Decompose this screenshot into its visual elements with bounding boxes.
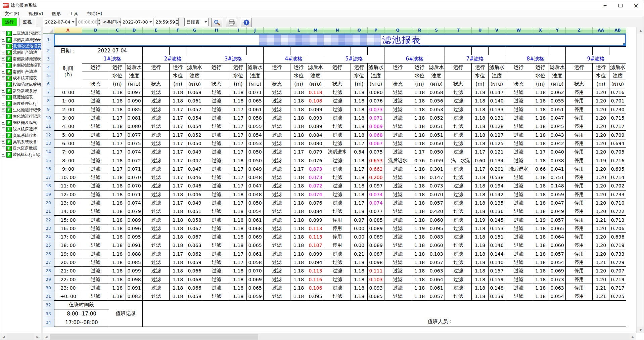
level-cell[interactable]: 1.18 <box>170 258 186 267</box>
spinner-arrows-icon[interactable] <box>97 18 101 26</box>
level-cell[interactable]: 1.18 <box>472 224 489 233</box>
turbidity-cell[interactable]: 0.070 <box>247 267 264 275</box>
level-cell[interactable]: 1.17 <box>109 165 126 173</box>
maximize-button[interactable] <box>613 0 628 10</box>
status-cell[interactable]: 过滤 <box>324 199 351 207</box>
status-cell[interactable]: 过滤 <box>505 156 532 165</box>
menu-item-2[interactable]: 图形 <box>48 11 65 17</box>
empty-cell[interactable] <box>351 46 368 55</box>
level-cell[interactable]: 1.17 <box>411 148 428 156</box>
level-cell[interactable]: 0.97 <box>351 216 368 224</box>
expand-icon[interactable] <box>2 140 5 144</box>
time-cell[interactable]: 16: 00 <box>54 224 82 233</box>
status-cell[interactable]: 过滤 <box>384 207 411 216</box>
level-cell[interactable]: 1.18 <box>411 114 428 122</box>
status-cell[interactable]: 过滤 <box>264 105 290 114</box>
column-header-B[interactable]: B <box>82 27 109 34</box>
turbidity-cell[interactable]: 0.075 <box>126 139 143 148</box>
status-cell[interactable]: 过滤 <box>324 284 351 292</box>
status-cell[interactable]: 过滤 <box>445 284 472 292</box>
empty-cell[interactable] <box>428 46 445 55</box>
status-cell[interactable]: 过滤 <box>445 105 472 114</box>
empty-cell[interactable] <box>264 46 290 55</box>
turbidity-cell[interactable]: 0.046 <box>186 190 203 199</box>
level-cell[interactable]: 0.54 <box>351 148 368 156</box>
level-cell[interactable]: 1.18 <box>472 250 489 258</box>
status-cell[interactable]: 停用 <box>566 250 593 258</box>
turbidity-cell[interactable]: 0.054 <box>186 122 203 131</box>
sub-header-cell[interactable]: (m) <box>351 80 368 88</box>
sub-header-cell[interactable]: 水位 <box>230 72 247 80</box>
status-cell[interactable]: 洗后进水 <box>324 148 351 156</box>
level-cell[interactable]: 1.18 <box>532 97 549 105</box>
filter-group-header-8[interactable]: 8#滤格 <box>505 55 566 63</box>
turbidity-cell[interactable]: 0.146 <box>489 241 505 250</box>
expand-icon[interactable] <box>2 51 5 54</box>
turbidity-cell[interactable]: 0.038 <box>549 156 566 165</box>
level-cell[interactable]: 1.18 <box>532 241 549 250</box>
duty-period-1-cell[interactable]: 8:00--17:00 <box>54 309 109 318</box>
turbidity-cell[interactable]: 0.108 <box>307 97 324 105</box>
level-cell[interactable]: 1.18 <box>472 182 489 190</box>
level-cell[interactable]: 1.18 <box>290 114 307 122</box>
status-cell[interactable]: 过滤 <box>143 275 170 284</box>
level-cell[interactable]: 1.17 <box>230 199 247 207</box>
status-cell[interactable]: 过滤 <box>384 165 411 173</box>
turbidity-cell[interactable]: 0.076 <box>307 199 324 207</box>
turbidity-cell[interactable]: 0.089 <box>368 233 384 241</box>
level-cell[interactable]: 1.21 <box>593 216 609 224</box>
filter-group-header-1[interactable]: 1#滤格 <box>82 55 143 63</box>
level-cell[interactable]: 1.18 <box>109 275 126 284</box>
column-header-H[interactable]: H <box>203 27 230 34</box>
tree-item-0[interactable]: F二沉池及污泥泵 <box>0 30 41 37</box>
level-cell[interactable]: 1.17 <box>170 173 186 182</box>
turbidity-cell[interactable]: 0.043 <box>549 131 566 139</box>
level-cell[interactable]: 1.18 <box>411 190 428 199</box>
turbidity-cell[interactable]: 0.094 <box>307 258 324 267</box>
empty-cell[interactable] <box>307 46 324 55</box>
time-cell[interactable]: 2: 00 <box>54 105 82 114</box>
level-cell[interactable]: 1.18 <box>109 97 126 105</box>
level-cell[interactable]: 1.18 <box>230 267 247 275</box>
turbidity-cell[interactable]: 0.706 <box>609 224 626 233</box>
column-header-AA[interactable]: AA <box>593 27 609 34</box>
turbidity-cell[interactable]: 0.047 <box>247 182 264 190</box>
start-time-spinner[interactable]: 00:00:00 <box>76 18 101 26</box>
column-header-AB[interactable]: AB <box>609 27 626 34</box>
time-cell[interactable]: 6: 00 <box>54 139 82 148</box>
turbidity-cell[interactable]: 0.057 <box>428 199 445 207</box>
turbidity-cell[interactable]: 0.049 <box>247 165 264 173</box>
status-cell[interactable]: 过滤 <box>203 292 230 301</box>
status-cell[interactable]: 过滤 <box>445 233 472 241</box>
level-cell[interactable]: 1.18 <box>290 182 307 190</box>
level-cell[interactable]: 1.18 <box>109 105 126 114</box>
level-cell[interactable]: 1.18 <box>109 241 126 250</box>
expand-icon[interactable] <box>2 38 5 42</box>
turbidity-cell[interactable]: 0.057 <box>428 292 445 301</box>
row-header-31[interactable]: 31 <box>43 292 54 301</box>
turbidity-cell[interactable]: 0.073 <box>428 182 445 190</box>
status-cell[interactable]: 过滤 <box>264 139 290 148</box>
time-cell[interactable]: 18: 00 <box>54 241 82 250</box>
level-cell[interactable]: 1.20 <box>593 131 609 139</box>
level-cell[interactable]: 1.17 <box>532 148 549 156</box>
turbidity-cell[interactable]: 0.089 <box>368 241 384 250</box>
tree-item-17[interactable]: F臭氧系统设备 <box>0 139 41 145</box>
turbidity-cell[interactable]: 0.201 <box>489 165 505 173</box>
sub-header-cell[interactable]: (m) <box>170 80 186 88</box>
column-header-O[interactable]: O <box>351 27 368 34</box>
status-cell[interactable]: 停用 <box>566 97 593 105</box>
status-cell[interactable]: 停用 <box>566 224 593 233</box>
level-cell[interactable]: 1.18 <box>109 250 126 258</box>
turbidity-cell[interactable]: 0.715 <box>609 114 626 122</box>
level-cell[interactable]: 1.18 <box>411 275 428 284</box>
sub-header-cell[interactable]: 滤后水 <box>307 63 324 72</box>
status-cell[interactable]: 过滤 <box>82 173 109 182</box>
sub-header-cell[interactable]: 浊度 <box>247 72 264 80</box>
sub-header-cell[interactable]: (NTU) <box>428 80 445 88</box>
status-cell[interactable]: 过滤 <box>143 114 170 122</box>
turbidity-cell[interactable]: 0.113 <box>307 267 324 275</box>
sub-header-cell[interactable]: 滤后水 <box>186 63 203 72</box>
turbidity-cell[interactable]: 0.095 <box>126 233 143 241</box>
sub-header-cell[interactable]: (m) <box>532 80 549 88</box>
